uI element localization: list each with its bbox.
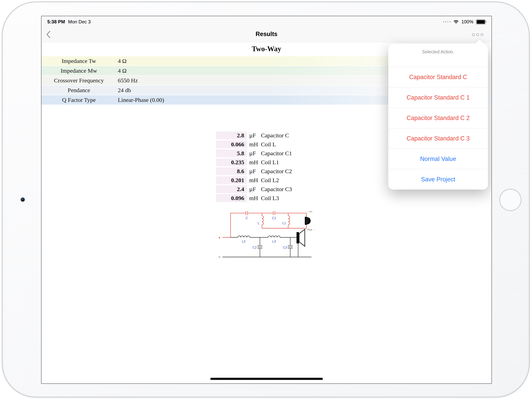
result-unit: mH bbox=[249, 177, 260, 184]
result-row[interactable]: 0.066 mH Coil L bbox=[216, 141, 292, 148]
label-l: L bbox=[258, 221, 259, 225]
result-unit: µF bbox=[249, 150, 260, 157]
result-value-cell: 0.201 bbox=[216, 176, 247, 184]
result-row[interactable]: 0.096 mH Coil L3 bbox=[216, 194, 292, 202]
result-row[interactable]: 5.8 µF Capacitor C1 bbox=[216, 149, 292, 157]
label-c3: C3 bbox=[283, 246, 287, 249]
action-capacitor-standard-c1[interactable]: Capacitor Standard C 1 bbox=[388, 87, 488, 108]
result-value-cell: 5.8 bbox=[216, 149, 247, 157]
svg-text:+: + bbox=[307, 211, 309, 213]
battery-icon bbox=[476, 19, 486, 25]
result-component-name: Capacitor C3 bbox=[261, 186, 292, 193]
svg-text:OR −: OR − bbox=[309, 211, 314, 213]
crossover-schematic-diagram: C C1 L L1 L2 L3 C2 C3 + OR − − OR + − OR… bbox=[216, 209, 318, 262]
screen: 5:38 PM Mon Dec 3 100% Result bbox=[41, 16, 492, 384]
result-unit: µF bbox=[249, 132, 260, 139]
param-label: Pendance bbox=[41, 87, 116, 94]
result-value-cell: 0.066 bbox=[216, 141, 247, 148]
popover-header: Selected Action. bbox=[388, 44, 488, 67]
home-button[interactable] bbox=[499, 189, 521, 211]
action-capacitor-standard-c[interactable]: Capacitor Standard C bbox=[388, 67, 488, 87]
label-c1: C1 bbox=[272, 216, 276, 220]
result-row[interactable]: 0.201 mH Coil L2 bbox=[216, 176, 292, 184]
result-component-name: Capacitor C bbox=[261, 132, 289, 139]
result-row[interactable]: 2.4 µF Capacitor C3 bbox=[216, 185, 292, 193]
status-right: 100% bbox=[443, 19, 486, 25]
param-label: Q Factor Type bbox=[41, 97, 116, 103]
label-c: C bbox=[246, 216, 248, 220]
input-minus: − bbox=[218, 255, 221, 259]
result-component-name: Coil L bbox=[261, 141, 276, 148]
label-l3: L3 bbox=[272, 240, 276, 243]
battery-percent: 100% bbox=[462, 19, 473, 25]
param-value: Linear-Phase (0.00) bbox=[118, 97, 164, 103]
result-row[interactable]: 0.235 mH Coil L1 bbox=[216, 158, 292, 166]
action-capacitor-standard-c2[interactable]: Capacitor Standard C 2 bbox=[388, 108, 488, 129]
param-label: Crossover Frequency bbox=[41, 77, 116, 84]
result-component-name: Capacitor C1 bbox=[261, 150, 292, 157]
result-component-name: Coil L2 bbox=[261, 177, 279, 184]
page-title: Results bbox=[41, 26, 492, 42]
tweeter-icon bbox=[305, 217, 310, 225]
action-save-project[interactable]: Save Project bbox=[388, 169, 488, 190]
param-label: Impedance Mw bbox=[41, 67, 116, 74]
result-value-cell: 8.6 bbox=[216, 167, 247, 175]
svg-text:+: + bbox=[311, 229, 312, 231]
result-unit: µF bbox=[249, 186, 260, 193]
status-time: 5:38 PM bbox=[47, 19, 65, 25]
status-date: Mon Dec 3 bbox=[68, 19, 91, 25]
svg-text:+: + bbox=[314, 229, 315, 231]
label-l1: L1 bbox=[282, 221, 286, 225]
param-value: 24 db bbox=[118, 87, 131, 94]
result-unit: mH bbox=[249, 141, 260, 148]
input-terminals: + − bbox=[218, 236, 221, 259]
result-value-cell: 0.235 bbox=[216, 158, 247, 166]
tweeter-wiring bbox=[222, 211, 306, 237]
nav-bar: Results bbox=[41, 26, 492, 42]
param-value: 6550 Hz bbox=[118, 77, 138, 84]
action-capacitor-standard-c3[interactable]: Capacitor Standard C 3 bbox=[388, 129, 488, 149]
result-value-cell: 0.096 bbox=[216, 194, 247, 202]
svg-text:− OR: − OR bbox=[305, 229, 310, 231]
wifi-icon bbox=[453, 20, 459, 24]
results-table: 2.8 µF Capacitor C 0.066 mH Coil L 5.8 µ… bbox=[216, 131, 292, 203]
component-labels: C C1 L L1 L2 L3 C2 C3 bbox=[242, 216, 287, 249]
front-camera bbox=[21, 198, 25, 202]
param-value: 4 Ω bbox=[118, 67, 127, 74]
woofer-icon bbox=[297, 229, 305, 246]
result-unit: µF bbox=[249, 168, 260, 174]
result-component-name: Coil L1 bbox=[261, 159, 279, 166]
result-row[interactable]: 8.6 µF Capacitor C2 bbox=[216, 167, 292, 175]
more-button[interactable] bbox=[471, 32, 484, 37]
status-left: 5:38 PM Mon Dec 3 bbox=[47, 19, 91, 25]
action-normal-value[interactable]: Normal Value bbox=[388, 149, 488, 169]
result-component-name: Coil L3 bbox=[261, 195, 279, 201]
action-popover: Selected Action. Capacitor Standard C Ca… bbox=[388, 44, 488, 190]
result-component-name: Capacitor C2 bbox=[261, 168, 292, 174]
result-value-cell: 2.4 bbox=[216, 185, 247, 193]
result-unit: mH bbox=[249, 159, 260, 166]
result-unit: mH bbox=[249, 195, 260, 201]
label-c2: C2 bbox=[253, 246, 257, 249]
ipad-device: 5:38 PM Mon Dec 3 100% Result bbox=[2, 1, 530, 398]
input-plus: + bbox=[218, 236, 221, 240]
cellular-signal-icon bbox=[443, 21, 451, 22]
home-indicator[interactable] bbox=[210, 378, 323, 380]
param-label: Impedance Tw bbox=[41, 58, 116, 64]
result-row[interactable]: 2.8 µF Capacitor C bbox=[216, 131, 292, 139]
param-value: 4 Ω bbox=[118, 58, 127, 64]
status-bar: 5:38 PM Mon Dec 3 100% bbox=[41, 16, 492, 26]
result-value-cell: 2.8 bbox=[216, 131, 247, 139]
label-l2: L2 bbox=[242, 240, 245, 243]
